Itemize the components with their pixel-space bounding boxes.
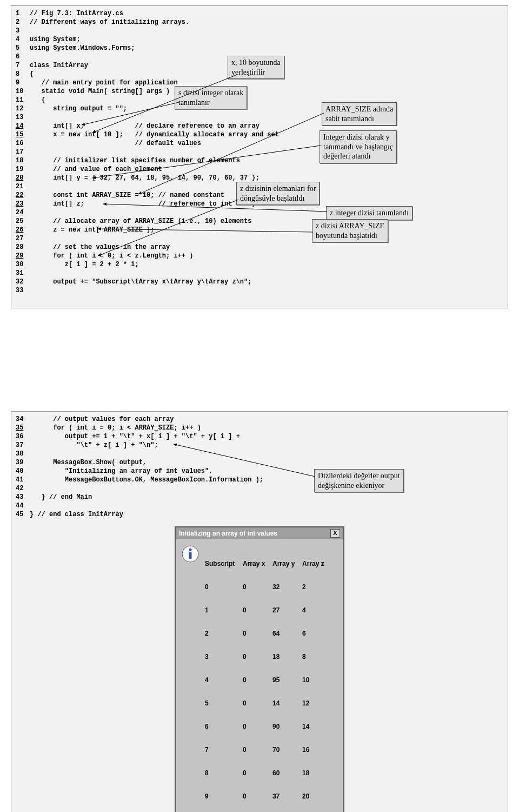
callout-output: Dizilerdeki değerler output değişkenine … [314, 469, 404, 492]
code-line: // main entry point for application [30, 79, 178, 87]
table-row: 409510 [205, 676, 329, 684]
code-block-2: 34 // output values for each array 35 fo… [11, 411, 508, 812]
code-line: const int ARRAY_SIZE = 10; // named cons… [30, 192, 224, 199]
dialog-title-text: Initializing an array of int values [179, 530, 277, 537]
code-line: string output = ""; [30, 105, 127, 113]
code-line: MessageBox.Show( output, [30, 459, 147, 466]
code-line: "Initializing an array of int values", [30, 467, 212, 475]
table-row: 609014 [205, 723, 329, 731]
code-line: for ( int i = 0; i < z.Length; i++ ) [30, 252, 193, 260]
table-header: SubscriptArray xArray yArray z [205, 560, 329, 568]
table-row: 00322 [205, 583, 329, 591]
code-line: int[] x; // declare reference to an arra… [30, 122, 260, 130]
table-row: 10274 [205, 606, 329, 615]
slide-1: 1// Fig 7.3: InitArray.cs 2// Different … [11, 5, 508, 341]
callout-z-array-size: z dizisi ARRAY_SIZE boyutunda başlatıldı [312, 219, 388, 242]
svg-rect-10 [189, 552, 192, 559]
callout-s-integer: s dizisi integer olarak tanımlanır [175, 86, 247, 109]
code-line: output += "Subscript\tArray x\tArray y\t… [30, 278, 251, 286]
code-line: // Different ways of initializing arrays… [30, 18, 189, 26]
callout-z-integer: z integer dizisi tanımlandı [326, 206, 412, 220]
table-row: 806018 [205, 769, 329, 777]
code-line: // initializer list specifies number of … [30, 157, 240, 164]
table-row: 20646 [205, 630, 329, 638]
code-line: class InitArray [30, 62, 88, 69]
code-line: { [30, 96, 45, 104]
code-line: z[ i ] = 2 + 2 * i; [30, 261, 139, 268]
table-row: 707016 [205, 746, 329, 754]
code-line: z = new int[ ARRAY_SIZE ]; [30, 226, 154, 234]
code-line: } // end class InitArray [30, 511, 123, 518]
code-line: using System; [30, 36, 81, 43]
code-line: // allocate array of ARRAY_SIZE (i.e., 1… [30, 217, 251, 225]
code-line: { [30, 70, 34, 78]
table-row: 501412 [205, 699, 329, 708]
table-row: 903720 [205, 793, 329, 801]
code-line: int[] z; // reference to int array [30, 200, 256, 208]
callout-array-size-const: ARRAY_SIZE adında sabit tanımlandı [322, 102, 397, 126]
code-line: } // end Main [30, 493, 92, 501]
messagebox-dialog: Initializing an array of int values X Su… [175, 526, 344, 812]
close-button[interactable]: X [330, 529, 340, 538]
code-line: for ( int i = 0; i < ARRAY_SIZE; i++ ) [30, 424, 201, 432]
callout-z-for: z dizisinin elemanları for döngüsüyle ba… [236, 182, 320, 205]
callout-x-size: x, 10 boyutunda yerleştirilir [228, 56, 284, 79]
dialog-text: SubscriptArray xArray yArray z 00322 102… [205, 545, 329, 812]
table-row: 30188 [205, 653, 329, 661]
code-line: x = new int[ 10 ]; // dynamically alloca… [30, 131, 279, 138]
code-line: int[] y = { 32, 27, 64, 18, 95, 14, 90, … [30, 174, 260, 182]
code-line: // and value of each element [30, 166, 162, 173]
code-line: output += i + "\t" + x[ i ] + "\t" + y[ … [30, 433, 240, 440]
code-line: "\t" + z[ i ] + "\n"; [30, 441, 158, 449]
code-line: // set the values in the array [30, 243, 170, 251]
code-line: MessageBoxButtons.OK, MessageBoxIcon.Inf… [30, 476, 263, 484]
dialog-titlebar: Initializing an array of int values X [176, 527, 343, 539]
slide-2: 34 // output values for each array 35 fo… [11, 411, 508, 812]
code-line: using System.Windows.Forms; [30, 44, 135, 52]
code-line: // default values [30, 140, 201, 147]
code-block-1: 1// Fig 7.3: InitArray.cs 2// Different … [11, 5, 508, 308]
svg-point-9 [189, 549, 192, 551]
code-line: // output values for each array [30, 415, 174, 423]
info-icon [181, 545, 199, 563]
callout-integer-y: Integer dizisi olarak y tanımandı ve baş… [320, 130, 397, 163]
code-line: // Fig 7.3: InitArray.cs [30, 10, 123, 17]
code-line: static void Main( string[] args ) [30, 88, 170, 95]
